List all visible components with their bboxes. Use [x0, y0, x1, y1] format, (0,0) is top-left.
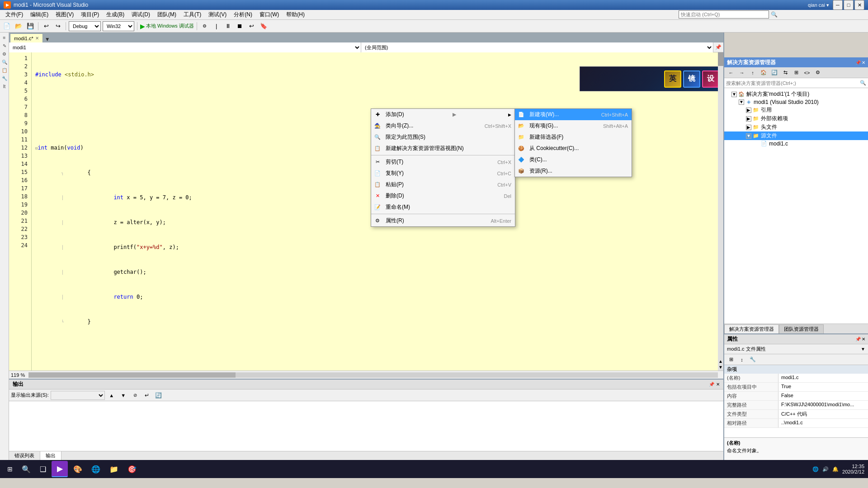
submenu-class[interactable]: 🔷 类(C)...	[515, 154, 632, 165]
output-pin-button[interactable]: 📌	[709, 382, 714, 387]
ctx-scope-item[interactable]: 🔍 限定为此范围(S)	[371, 131, 515, 143]
output-refresh-button[interactable]: 🔄	[154, 390, 164, 400]
platform-combo[interactable]: Win32 x64	[103, 21, 134, 31]
ctx-paste-item[interactable]: 📋 粘贴(P) Ctrl+V	[371, 179, 515, 190]
vscrollbar-thumb[interactable]	[718, 52, 723, 66]
nav-range-combo[interactable]: (全局范围)	[361, 42, 713, 52]
prop-row-relpath[interactable]: 相对路径 ..\modi1.c	[724, 419, 868, 428]
prop-dropdown-button[interactable]: ▼	[861, 347, 865, 352]
prop-row-content[interactable]: 内容 False	[724, 392, 868, 401]
external-deps-item[interactable]: ▶ 📁 外部依赖项	[724, 114, 868, 123]
sidebar-icon-3[interactable]: ⚙	[1, 51, 8, 58]
scroll-down-button[interactable]: ▼	[718, 365, 723, 370]
menu-window[interactable]: 窗口(W)	[256, 10, 283, 19]
output-close-button[interactable]: ✕	[716, 382, 720, 387]
project-item[interactable]: ▼ ◈ modi1 (Visual Studio 2010)	[724, 99, 868, 106]
prop-close-button[interactable]: ✕	[862, 337, 865, 342]
se-tab-explorer[interactable]: 解决方案资源管理器	[724, 324, 779, 333]
submenu-cookiecutter[interactable]: 🍪 从 Cookiecutter(C)...	[515, 143, 632, 154]
output-wrap-button[interactable]: ↵	[142, 390, 152, 400]
menu-project[interactable]: 项目(P)	[77, 10, 103, 19]
se-search-input[interactable]	[726, 79, 858, 87]
ctx-delete-item[interactable]: ✕ 删除(D) Del	[371, 190, 515, 202]
app-taskbar-button[interactable]: 🎯	[124, 461, 140, 477]
prop-row-filetype[interactable]: 文件类型 C/C++ 代码	[724, 410, 868, 419]
save-all-button[interactable]: 💾	[25, 21, 35, 31]
toolbar-btn6[interactable]: 🔖	[259, 21, 269, 31]
nav-scope-combo[interactable]: modi1	[9, 42, 361, 52]
external-expand-icon[interactable]: ▶	[746, 116, 751, 122]
submenu-existingitem[interactable]: 📂 现有项(G)... Shift+Alt+A	[515, 120, 632, 131]
solution-root-item[interactable]: ▼ 🏠 解决方案'modi1'(1 个项目)	[724, 90, 868, 99]
solution-expand-icon[interactable]: ▼	[731, 92, 737, 97]
se-up-button[interactable]: ↑	[748, 68, 758, 78]
sidebar-icon-2[interactable]: ✎	[1, 42, 8, 50]
references-expand-icon[interactable]: ▶	[746, 108, 751, 113]
undo-button[interactable]: ↩	[41, 21, 51, 31]
paint-taskbar-button[interactable]: 🎨	[70, 461, 86, 477]
output-down-button[interactable]: ▼	[118, 390, 128, 400]
open-button[interactable]: 📂	[14, 21, 24, 31]
se-filter-button[interactable]: ⊞	[791, 68, 801, 78]
ctx-copy-item[interactable]: 📄 复制(Y) Ctrl+C	[371, 168, 515, 179]
se-syncview-button[interactable]: ⇆	[780, 68, 790, 78]
tab-output[interactable]: 输出	[40, 451, 61, 460]
prop-category-button[interactable]: ⊞	[726, 355, 736, 365]
se-forward-button[interactable]: →	[737, 68, 747, 78]
minimize-button[interactable]: ─	[833, 0, 843, 10]
new-file-button[interactable]: 📄	[2, 21, 12, 31]
menu-edit[interactable]: 编辑(E)	[27, 10, 52, 19]
source-files-item[interactable]: ▼ 📁 源文件	[724, 131, 868, 140]
vs-taskbar-button[interactable]: ▶	[52, 461, 68, 477]
menu-file[interactable]: 文件(F)	[2, 10, 27, 19]
se-settings-button[interactable]: ⚙	[813, 68, 823, 78]
submenu-newfilter[interactable]: 📁 新建筛选器(F)	[515, 131, 632, 143]
prop-row-fullpath[interactable]: 完整路径 F:\KSWJJ\24000001\modi1\mo...	[724, 401, 868, 410]
search-button[interactable]: 🔍	[18, 461, 34, 477]
se-refresh-button[interactable]: 🔄	[769, 68, 779, 78]
submenu-resource[interactable]: 📦 资源(R)...	[515, 165, 632, 177]
start-button[interactable]: ⊞	[4, 461, 16, 477]
tab-errors[interactable]: 错误列表	[9, 451, 40, 460]
menu-team[interactable]: 团队(M)	[154, 10, 180, 19]
se-pin-button[interactable]: 📌	[855, 60, 861, 65]
toolbar-btn3[interactable]: ⏸	[223, 21, 233, 31]
prop-row-name[interactable]: (名称) modi1.c	[724, 374, 868, 383]
submenu-newitem[interactable]: 📄 新建项(W)... Ctrl+Shift+A	[515, 109, 632, 120]
ctx-classwizard-item[interactable]: 🧙 类向导(Z)... Ctrl+Shift+X	[371, 120, 515, 131]
ctx-properties-item[interactable]: ⚙ 属性(R) Alt+Enter	[371, 215, 515, 226]
hscrollbar-thumb[interactable]	[28, 372, 235, 378]
editor-tab-modi1[interactable]: modi1.c* ✕	[10, 33, 43, 42]
output-content[interactable]	[9, 401, 723, 451]
se-code-button[interactable]: <>	[802, 68, 812, 78]
output-source-select[interactable]	[51, 391, 105, 400]
sidebar-icon-7[interactable]: It	[1, 83, 8, 90]
browser-taskbar-button[interactable]: 🌐	[88, 461, 104, 477]
toolbar-btn1[interactable]: ⚙	[200, 21, 210, 31]
run-button[interactable]: ▶ 本地 Windows 调试器	[140, 21, 194, 31]
menu-analyze[interactable]: 分析(N)	[230, 10, 256, 19]
toolbar-btn5[interactable]: ↩	[247, 21, 257, 31]
debug-config-combo[interactable]: Debug Release	[69, 21, 101, 31]
references-item[interactable]: ▶ 📁 引用	[724, 106, 868, 114]
sidebar-icon-5[interactable]: 📋	[1, 67, 8, 74]
menu-test[interactable]: 测试(V)	[205, 10, 230, 19]
se-home-button[interactable]: 🏠	[759, 68, 769, 78]
menu-help[interactable]: 帮助(H)	[283, 10, 308, 19]
headers-expand-icon[interactable]: ▶	[746, 125, 751, 130]
code-editor[interactable]: ▲ ▼ 1 2 3 4 5 6 7 8 9 10 11 12 13 14 15	[9, 52, 723, 371]
taskview-button[interactable]: ❑	[36, 461, 50, 477]
ctx-cut-item[interactable]: ✂ 剪切(T) Ctrl+X	[371, 156, 515, 168]
prop-row-included[interactable]: 包括在项目中 True	[724, 383, 868, 392]
ctx-add-item[interactable]: ✚ 添加(D) ▶	[371, 109, 515, 120]
scroll-up-button[interactable]: ▲	[718, 359, 723, 364]
menu-debug[interactable]: 调试(D)	[128, 10, 154, 19]
tab-close-icon[interactable]: ✕	[35, 36, 39, 41]
sidebar-icon-6[interactable]: 🔧	[1, 75, 8, 82]
sidebar-icon-1[interactable]: ≡	[1, 34, 8, 42]
files-taskbar-button[interactable]: 📁	[106, 461, 122, 477]
se-back-button[interactable]: ←	[726, 68, 736, 78]
quick-search-input[interactable]	[679, 10, 769, 19]
menu-tools[interactable]: 工具(T)	[180, 10, 205, 19]
se-close-button[interactable]: ✕	[862, 60, 865, 65]
